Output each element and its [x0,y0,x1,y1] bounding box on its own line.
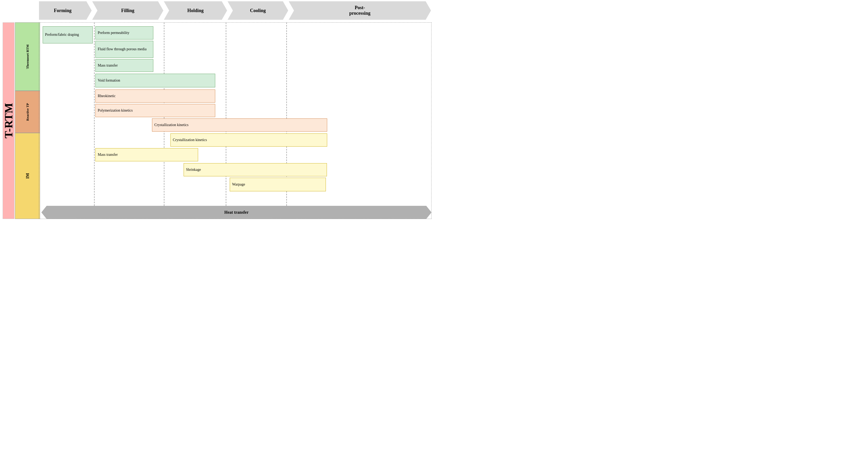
box-void-formation: Void formation [95,74,215,87]
reactive-label: Reactive TP [15,91,40,133]
left-labels: T-RTM Thermoset RTM Reactive TP IM [3,22,41,219]
box-mass-transfer-green: Mass transfer [95,59,153,72]
arrow-holding: Holding [164,1,227,20]
box-preform-draping: Preform/fabric draping [43,26,93,43]
arrow-forming: Forming [39,1,92,20]
box-preform-permeability: Preform permeability [95,26,153,39]
heat-text: Heat transfer [224,210,249,215]
diagram-container: Forming Filling Holding Cooling Post-pro… [0,0,434,232]
trtm-text: T-RTM [2,103,15,138]
trtm-label: T-RTM [3,22,14,219]
box-polymerization: Polymerization kinetics [95,104,215,117]
box-mass-transfer-yellow: Mass transfer [95,148,198,161]
box-rheokinetic: Rheokinetic [95,90,215,103]
heat-arrow: Heat transfer [41,206,432,219]
box-shrinkage: Shrinkage [184,163,327,176]
sub-labels: Thermoset RTM Reactive TP IM [15,22,40,219]
arrow-cooling: Cooling [227,1,288,20]
arrow-postprocessing: Post-processing [289,1,431,20]
box-warpage: Warpage [230,178,326,191]
grid-area: Preform/fabric draping Preform permeabil… [41,22,432,219]
arrow-filling: Filling [92,1,163,20]
dashed-line-1 [94,22,95,219]
thermoset-label: Thermoset RTM [15,22,40,91]
header-row: Forming Filling Holding Cooling Post-pro… [39,1,432,21]
im-label: IM [15,133,40,219]
box-crystallization-yellow: Crystallization kinetics [170,133,327,146]
box-fluid-flow: Fluid flow through porous media [95,41,153,58]
box-crystallization-orange: Crystallization kinetics [152,119,327,132]
content-area: T-RTM Thermoset RTM Reactive TP IM [3,22,432,219]
heat-transfer-bar: Heat transfer [41,206,432,219]
